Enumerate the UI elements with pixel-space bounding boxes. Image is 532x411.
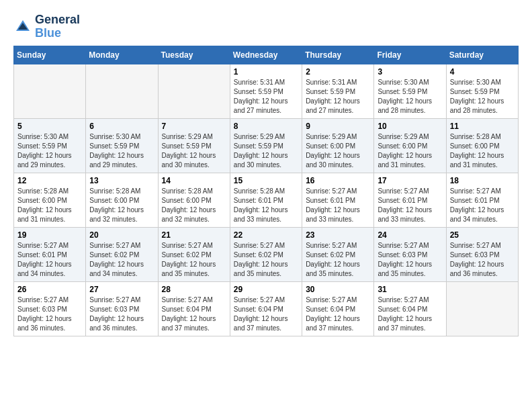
day-info: Sunrise: 5:27 AMSunset: 6:01 PMDaylight:… bbox=[378, 187, 442, 224]
day-cell: 5Sunrise: 5:30 AMSunset: 5:59 PMDaylight… bbox=[14, 118, 86, 173]
day-number: 15 bbox=[234, 176, 298, 185]
week-row-5: 26Sunrise: 5:27 AMSunset: 6:03 PMDayligh… bbox=[14, 281, 519, 336]
day-number: 11 bbox=[450, 122, 515, 131]
calendar-table: SundayMondayTuesdayWednesdayThursdayFrid… bbox=[13, 46, 519, 336]
day-number: 29 bbox=[234, 285, 298, 294]
day-number: 26 bbox=[17, 285, 82, 294]
day-info: Sunrise: 5:27 AMSunset: 6:01 PMDaylight:… bbox=[450, 187, 515, 224]
day-cell: 8Sunrise: 5:29 AMSunset: 5:59 PMDaylight… bbox=[230, 118, 302, 173]
logo-icon bbox=[13, 17, 32, 36]
day-number: 5 bbox=[17, 122, 82, 131]
week-row-4: 19Sunrise: 5:27 AMSunset: 6:01 PMDayligh… bbox=[14, 227, 519, 281]
day-number: 18 bbox=[450, 176, 515, 185]
day-info: Sunrise: 5:31 AMSunset: 5:59 PMDaylight:… bbox=[234, 78, 298, 116]
day-cell: 31Sunrise: 5:27 AMSunset: 6:04 PMDayligh… bbox=[374, 281, 446, 336]
day-cell: 2Sunrise: 5:31 AMSunset: 5:59 PMDaylight… bbox=[302, 64, 374, 118]
day-number: 30 bbox=[306, 285, 370, 294]
page-header: General Blue bbox=[13, 13, 519, 40]
logo: General Blue bbox=[13, 13, 80, 40]
day-number: 13 bbox=[89, 176, 154, 185]
day-number: 8 bbox=[234, 122, 298, 131]
day-cell: 21Sunrise: 5:27 AMSunset: 6:02 PMDayligh… bbox=[158, 227, 230, 281]
day-number: 28 bbox=[162, 285, 226, 294]
day-info: Sunrise: 5:30 AMSunset: 5:59 PMDaylight:… bbox=[378, 78, 442, 116]
day-cell: 23Sunrise: 5:27 AMSunset: 6:02 PMDayligh… bbox=[302, 227, 374, 281]
day-info: Sunrise: 5:30 AMSunset: 5:59 PMDaylight:… bbox=[89, 132, 154, 170]
day-number: 24 bbox=[378, 230, 442, 240]
day-number: 10 bbox=[378, 122, 442, 131]
day-info: Sunrise: 5:29 AMSunset: 6:00 PMDaylight:… bbox=[306, 132, 370, 170]
day-cell bbox=[14, 64, 86, 118]
day-cell: 18Sunrise: 5:27 AMSunset: 6:01 PMDayligh… bbox=[446, 173, 518, 227]
day-number: 17 bbox=[378, 176, 442, 185]
day-info: Sunrise: 5:27 AMSunset: 6:01 PMDaylight:… bbox=[306, 187, 370, 224]
day-number: 19 bbox=[17, 230, 82, 240]
day-cell: 29Sunrise: 5:27 AMSunset: 6:04 PMDayligh… bbox=[230, 281, 302, 336]
day-cell: 3Sunrise: 5:30 AMSunset: 5:59 PMDaylight… bbox=[374, 64, 446, 118]
day-info: Sunrise: 5:27 AMSunset: 6:02 PMDaylight:… bbox=[234, 241, 298, 279]
day-cell bbox=[158, 64, 230, 118]
day-number: 1 bbox=[234, 67, 298, 77]
day-number: 22 bbox=[234, 230, 298, 240]
day-info: Sunrise: 5:27 AMSunset: 6:02 PMDaylight:… bbox=[89, 241, 154, 279]
weekday-header-row: SundayMondayTuesdayWednesdayThursdayFrid… bbox=[14, 46, 519, 64]
weekday-header-tuesday: Tuesday bbox=[158, 46, 230, 64]
day-info: Sunrise: 5:27 AMSunset: 6:04 PMDaylight:… bbox=[234, 295, 298, 333]
day-cell bbox=[446, 281, 518, 336]
day-info: Sunrise: 5:28 AMSunset: 6:00 PMDaylight:… bbox=[162, 187, 226, 224]
day-info: Sunrise: 5:27 AMSunset: 6:03 PMDaylight:… bbox=[89, 295, 154, 333]
day-info: Sunrise: 5:30 AMSunset: 5:59 PMDaylight:… bbox=[17, 132, 82, 170]
day-info: Sunrise: 5:27 AMSunset: 6:03 PMDaylight:… bbox=[17, 295, 82, 333]
day-number: 4 bbox=[450, 67, 515, 77]
weekday-header-sunday: Sunday bbox=[14, 46, 86, 64]
day-info: Sunrise: 5:28 AMSunset: 6:01 PMDaylight:… bbox=[234, 187, 298, 224]
day-info: Sunrise: 5:27 AMSunset: 6:04 PMDaylight:… bbox=[306, 295, 370, 333]
day-cell: 24Sunrise: 5:27 AMSunset: 6:03 PMDayligh… bbox=[374, 227, 446, 281]
day-number: 3 bbox=[378, 67, 442, 77]
day-cell: 10Sunrise: 5:29 AMSunset: 6:00 PMDayligh… bbox=[374, 118, 446, 173]
day-number: 27 bbox=[89, 285, 154, 294]
day-info: Sunrise: 5:27 AMSunset: 6:03 PMDaylight:… bbox=[450, 241, 515, 279]
day-cell: 19Sunrise: 5:27 AMSunset: 6:01 PMDayligh… bbox=[14, 227, 86, 281]
day-cell bbox=[86, 64, 158, 118]
day-info: Sunrise: 5:28 AMSunset: 6:00 PMDaylight:… bbox=[17, 187, 82, 224]
day-cell: 20Sunrise: 5:27 AMSunset: 6:02 PMDayligh… bbox=[86, 227, 158, 281]
day-cell: 6Sunrise: 5:30 AMSunset: 5:59 PMDaylight… bbox=[86, 118, 158, 173]
day-number: 31 bbox=[378, 285, 442, 294]
day-number: 14 bbox=[162, 176, 226, 185]
day-info: Sunrise: 5:29 AMSunset: 5:59 PMDaylight:… bbox=[162, 132, 226, 170]
day-info: Sunrise: 5:27 AMSunset: 6:03 PMDaylight:… bbox=[378, 241, 442, 279]
weekday-header-friday: Friday bbox=[374, 46, 446, 64]
day-number: 20 bbox=[89, 230, 154, 240]
day-number: 12 bbox=[17, 176, 82, 185]
day-cell: 12Sunrise: 5:28 AMSunset: 6:00 PMDayligh… bbox=[14, 173, 86, 227]
day-number: 21 bbox=[162, 230, 226, 240]
day-number: 9 bbox=[306, 122, 370, 131]
weekday-header-monday: Monday bbox=[86, 46, 158, 64]
day-cell: 15Sunrise: 5:28 AMSunset: 6:01 PMDayligh… bbox=[230, 173, 302, 227]
day-number: 2 bbox=[306, 67, 370, 77]
day-cell: 13Sunrise: 5:28 AMSunset: 6:00 PMDayligh… bbox=[86, 173, 158, 227]
day-info: Sunrise: 5:29 AMSunset: 5:59 PMDaylight:… bbox=[234, 132, 298, 170]
day-info: Sunrise: 5:27 AMSunset: 6:04 PMDaylight:… bbox=[162, 295, 226, 333]
day-info: Sunrise: 5:28 AMSunset: 6:00 PMDaylight:… bbox=[89, 187, 154, 224]
day-info: Sunrise: 5:28 AMSunset: 6:00 PMDaylight:… bbox=[450, 132, 515, 170]
day-cell: 28Sunrise: 5:27 AMSunset: 6:04 PMDayligh… bbox=[158, 281, 230, 336]
day-number: 6 bbox=[89, 122, 154, 131]
week-row-3: 12Sunrise: 5:28 AMSunset: 6:00 PMDayligh… bbox=[14, 173, 519, 227]
day-number: 7 bbox=[162, 122, 226, 131]
day-cell: 14Sunrise: 5:28 AMSunset: 6:00 PMDayligh… bbox=[158, 173, 230, 227]
day-cell: 9Sunrise: 5:29 AMSunset: 6:00 PMDaylight… bbox=[302, 118, 374, 173]
weekday-header-thursday: Thursday bbox=[302, 46, 374, 64]
day-number: 25 bbox=[450, 230, 515, 240]
day-number: 23 bbox=[306, 230, 370, 240]
day-cell: 4Sunrise: 5:30 AMSunset: 5:59 PMDaylight… bbox=[446, 64, 518, 118]
day-cell: 30Sunrise: 5:27 AMSunset: 6:04 PMDayligh… bbox=[302, 281, 374, 336]
day-cell: 26Sunrise: 5:27 AMSunset: 6:03 PMDayligh… bbox=[14, 281, 86, 336]
day-cell: 11Sunrise: 5:28 AMSunset: 6:00 PMDayligh… bbox=[446, 118, 518, 173]
day-info: Sunrise: 5:27 AMSunset: 6:02 PMDaylight:… bbox=[162, 241, 226, 279]
logo-text: General Blue bbox=[35, 13, 80, 40]
week-row-2: 5Sunrise: 5:30 AMSunset: 5:59 PMDaylight… bbox=[14, 118, 519, 173]
day-info: Sunrise: 5:31 AMSunset: 5:59 PMDaylight:… bbox=[306, 78, 370, 116]
day-cell: 17Sunrise: 5:27 AMSunset: 6:01 PMDayligh… bbox=[374, 173, 446, 227]
